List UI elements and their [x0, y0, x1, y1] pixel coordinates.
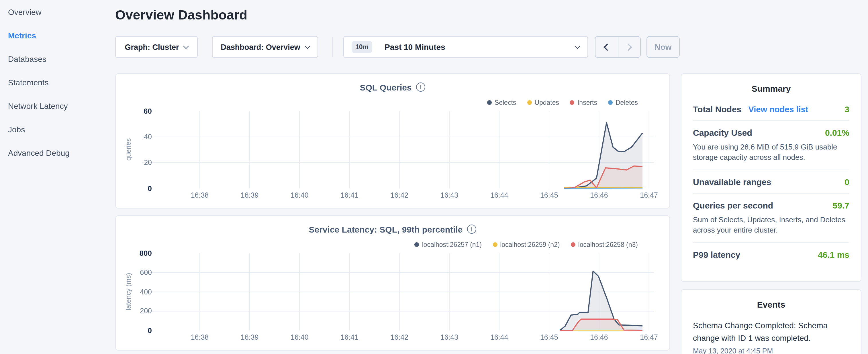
summary-row-label: Total Nodes [693, 104, 741, 114]
view-nodes-link[interactable]: View nodes list [748, 105, 808, 114]
graph-dropdown-label: Graph: Cluster [125, 43, 179, 51]
x-tick-label: 16:41 [340, 192, 359, 199]
x-tick-label: 16:38 [191, 334, 209, 341]
time-range-badge: 10m [352, 41, 372, 53]
dashboard-dropdown[interactable]: Dashboard: Overview [212, 36, 318, 58]
x-tick-label: 16:43 [440, 192, 459, 199]
y-axis-label: queries [124, 138, 132, 161]
summary-title: Summary [693, 74, 849, 97]
x-tick-label: 16:39 [241, 334, 259, 341]
x-tick-label: 16:44 [490, 192, 508, 199]
summary-row-label: Queries per second [693, 200, 773, 210]
time-next-button[interactable] [618, 37, 640, 57]
summary-row-line: Capacity Used0.01% [693, 128, 849, 137]
summary-rows: Total NodesView nodes list3Capacity Used… [693, 97, 849, 266]
x-tick-label: 16:42 [390, 192, 408, 199]
sidebar-nav-list: OverviewMetricsDatabasesStatementsNetwor… [0, 0, 111, 164]
summary-row-line: Total NodesView nodes list3 [693, 104, 849, 114]
main-content: Overview Dashboard Graph: Cluster Dashbo… [115, 0, 671, 354]
chevron-left-icon [604, 43, 611, 51]
x-tick-label: 16:39 [241, 192, 259, 199]
x-tick-label: 16:38 [191, 192, 209, 199]
y-tick-label: 800 [122, 250, 152, 257]
summary-row-line: Unavailable ranges0 [693, 177, 849, 187]
chevron-down-icon [575, 43, 580, 49]
summary-row-value: 3 [844, 104, 849, 114]
events-list: Schema Change Completed: Schema change w… [693, 313, 849, 354]
summary-row: Queries per second59.7Sum of Selects, Up… [693, 194, 849, 243]
chart-plot[interactable] [116, 74, 671, 209]
sidebar: OverviewMetricsDatabasesStatementsNetwor… [0, 0, 111, 354]
y-tick-label: 0 [122, 327, 152, 334]
chevron-right-icon [625, 43, 632, 51]
x-tick-label: 16:40 [290, 334, 309, 341]
x-tick-label: 16:46 [590, 334, 608, 341]
summary-row-label: P99 latency [693, 250, 740, 259]
y-tick-label: 0 [122, 185, 152, 192]
y-axis-label: latency (ms) [124, 273, 132, 311]
service-latency-chart-panel: Service Latency: SQL, 99th percentile lo… [115, 215, 670, 351]
summary-row-line: P99 latency46.1 ms [693, 250, 849, 259]
summary-row-label: Capacity Used [693, 128, 752, 137]
event-text: Schema Change Completed: Schema change w… [693, 319, 849, 344]
summary-row-value: 0 [844, 177, 849, 187]
sql-queries-chart-panel: SQL Queries SelectsUpdatesInsertsDeletes… [115, 73, 670, 208]
page-title: Overview Dashboard [115, 0, 671, 23]
x-tick-label: 16:44 [490, 334, 508, 341]
now-button[interactable]: Now [647, 36, 680, 58]
db-console-page: OverviewMetricsDatabasesStatementsNetwor… [0, 0, 868, 354]
events-card: Events Schema Change Completed: Schema c… [681, 289, 861, 354]
event-item[interactable]: Schema Change Completed: Schema change w… [693, 313, 849, 354]
summary-row-value: 59.7 [833, 200, 849, 210]
x-tick-label: 16:41 [340, 334, 359, 341]
dashboard-dropdown-label: Dashboard: Overview [221, 43, 300, 51]
sidebar-item-network-latency[interactable]: Network Latency [0, 94, 111, 118]
x-tick-label: 16:45 [540, 334, 558, 341]
graph-dropdown[interactable]: Graph: Cluster [115, 36, 198, 58]
sidebar-item-overview[interactable]: Overview [0, 0, 111, 24]
time-range-dropdown[interactable]: 10m Past 10 Minutes [343, 36, 588, 58]
sidebar-item-databases[interactable]: Databases [0, 47, 111, 70]
summary-row: Total NodesView nodes list3 [693, 97, 849, 121]
summary-card: Summary Total NodesView nodes list3Capac… [681, 73, 861, 282]
y-tick-label: 60 [122, 107, 152, 115]
sidebar-item-metrics[interactable]: Metrics [0, 24, 111, 47]
x-tick-label: 16:47 [640, 192, 658, 199]
x-tick-label: 16:40 [290, 192, 309, 199]
summary-row-line: Queries per second59.7 [693, 200, 849, 210]
sidebar-item-jobs[interactable]: Jobs [0, 118, 111, 141]
sidebar-item-advanced-debug[interactable]: Advanced Debug [0, 141, 111, 164]
x-tick-label: 16:42 [390, 334, 408, 341]
events-title: Events [693, 290, 849, 313]
summary-row: P99 latency46.1 ms [693, 243, 849, 266]
x-tick-label: 16:47 [640, 334, 658, 341]
event-timestamp: May 13, 2020 at 4:45 PM [693, 347, 849, 354]
time-pager [595, 36, 641, 58]
x-tick-label: 16:43 [440, 334, 459, 341]
sidebar-item-statements[interactable]: Statements [0, 70, 111, 94]
summary-row: Capacity Used0.01%You are using 28.6 MiB… [693, 121, 849, 170]
chevron-down-icon [183, 43, 189, 49]
toolbar-divider [333, 37, 333, 57]
summary-row: Unavailable ranges0 [693, 170, 849, 194]
summary-row-value: 0.01% [825, 128, 849, 137]
summary-row-label: Unavailable ranges [693, 177, 771, 187]
summary-row-description: You are using 28.6 MiB of 515.9 GiB usab… [693, 142, 849, 163]
time-range-label: Past 10 Minutes [384, 42, 570, 52]
summary-row-description: Sum of Selects, Updates, Inserts, and De… [693, 215, 849, 235]
chart-plot[interactable] [116, 216, 671, 351]
chevron-down-icon [305, 43, 310, 49]
summary-row-value: 46.1 ms [818, 250, 849, 259]
x-tick-label: 16:45 [540, 192, 558, 199]
time-prev-button[interactable] [595, 37, 618, 57]
toolbar: Graph: Cluster Dashboard: Overview 10m P… [115, 36, 671, 58]
x-tick-label: 16:46 [590, 192, 608, 199]
